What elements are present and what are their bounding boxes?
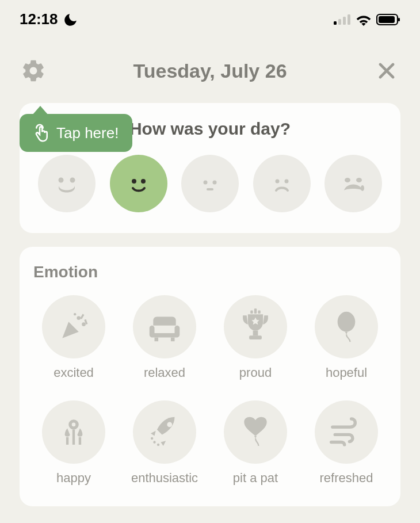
- svg-rect-22: [80, 314, 84, 319]
- mood-bad[interactable]: [253, 155, 311, 212]
- wifi-icon: [356, 13, 372, 26]
- svg-point-19: [77, 316, 81, 320]
- settings-button[interactable]: [20, 57, 47, 85]
- svg-point-8: [70, 178, 75, 183]
- emotion-card: Emotion excited relaxed proud hopeful: [20, 247, 400, 506]
- emotion-refreshed[interactable]: refreshed: [306, 400, 387, 485]
- status-time: 12:18: [20, 10, 58, 28]
- svg-point-16: [345, 178, 350, 182]
- mood-awful[interactable]: [324, 155, 382, 212]
- svg-point-17: [356, 178, 362, 182]
- svg-point-21: [74, 313, 76, 315]
- svg-rect-27: [249, 335, 262, 339]
- svg-rect-2: [343, 17, 346, 25]
- cell-signal-icon: [334, 13, 351, 26]
- armchair-icon: [144, 307, 185, 347]
- emotion-title: Emotion: [33, 263, 387, 281]
- svg-rect-13: [207, 188, 213, 190]
- balloon-icon: [326, 307, 366, 347]
- tooltip-text: Tap here!: [56, 124, 119, 142]
- emotion-label: refreshed: [312, 471, 381, 485]
- emotion-label: proud: [221, 365, 290, 380]
- close-button[interactable]: [373, 57, 400, 85]
- svg-point-15: [284, 180, 288, 184]
- status-bar: 12:18: [0, 0, 420, 34]
- flowers-icon: [54, 412, 94, 452]
- dnd-moon-icon: [63, 12, 78, 27]
- emotion-enthusiastic[interactable]: enthusiastic: [124, 400, 205, 485]
- svg-rect-25: [171, 338, 175, 342]
- svg-rect-28: [250, 311, 253, 314]
- close-icon: [376, 60, 398, 82]
- emotion-label: happy: [39, 471, 108, 485]
- svg-rect-35: [66, 437, 68, 445]
- tap-here-tooltip[interactable]: Tap here!: [20, 114, 132, 152]
- svg-point-14: [275, 180, 279, 184]
- rocket-icon: [144, 412, 185, 452]
- svg-rect-26: [253, 331, 258, 336]
- svg-rect-6: [398, 18, 400, 21]
- svg-point-11: [204, 181, 208, 185]
- heart-balloon-icon: [235, 412, 276, 452]
- svg-point-10: [141, 179, 146, 184]
- svg-rect-36: [79, 437, 81, 445]
- tap-hand-icon: [30, 123, 49, 143]
- svg-point-31: [338, 312, 356, 332]
- svg-point-39: [151, 437, 153, 440]
- svg-point-38: [153, 441, 155, 444]
- emotion-label: enthusiastic: [130, 471, 199, 485]
- emotion-label: hopeful: [312, 365, 381, 380]
- svg-rect-0: [334, 21, 337, 25]
- svg-point-18: [361, 185, 364, 191]
- trophy-icon: [235, 307, 276, 347]
- emotion-proud[interactable]: proud: [215, 295, 296, 380]
- mood-good[interactable]: [110, 155, 167, 212]
- emotion-excited[interactable]: excited: [33, 295, 114, 380]
- svg-rect-29: [254, 308, 257, 314]
- svg-point-40: [157, 444, 159, 446]
- emotion-label: pit a pat: [221, 471, 290, 485]
- svg-rect-1: [338, 19, 341, 25]
- emotion-pitapat[interactable]: pit a pat: [215, 400, 296, 485]
- mood-great[interactable]: [38, 155, 96, 212]
- svg-rect-34: [72, 430, 75, 445]
- gear-icon: [21, 58, 46, 83]
- mood-neutral[interactable]: [181, 155, 239, 212]
- emotion-happy[interactable]: happy: [33, 400, 114, 485]
- emotion-label: excited: [39, 365, 108, 380]
- emotion-relaxed[interactable]: relaxed: [124, 295, 205, 380]
- date-title: Tuesday, July 26: [47, 60, 373, 82]
- emotion-grid: excited relaxed proud hopeful happy: [33, 295, 387, 486]
- svg-point-12: [213, 181, 217, 185]
- svg-rect-24: [155, 338, 159, 342]
- emotion-label: relaxed: [130, 365, 199, 380]
- svg-point-37: [167, 422, 172, 427]
- emotion-hopeful[interactable]: hopeful: [306, 295, 387, 380]
- battery-icon: [376, 13, 400, 26]
- svg-point-33: [72, 423, 76, 427]
- mood-row: [33, 155, 387, 212]
- svg-point-20: [82, 322, 86, 326]
- svg-point-7: [59, 178, 64, 183]
- svg-rect-30: [258, 311, 260, 314]
- svg-rect-3: [348, 14, 350, 25]
- confetti-icon: [54, 307, 94, 347]
- svg-rect-5: [379, 16, 395, 23]
- wind-icon: [326, 412, 366, 452]
- header: Tuesday, July 26: [0, 34, 420, 98]
- svg-point-9: [132, 179, 136, 184]
